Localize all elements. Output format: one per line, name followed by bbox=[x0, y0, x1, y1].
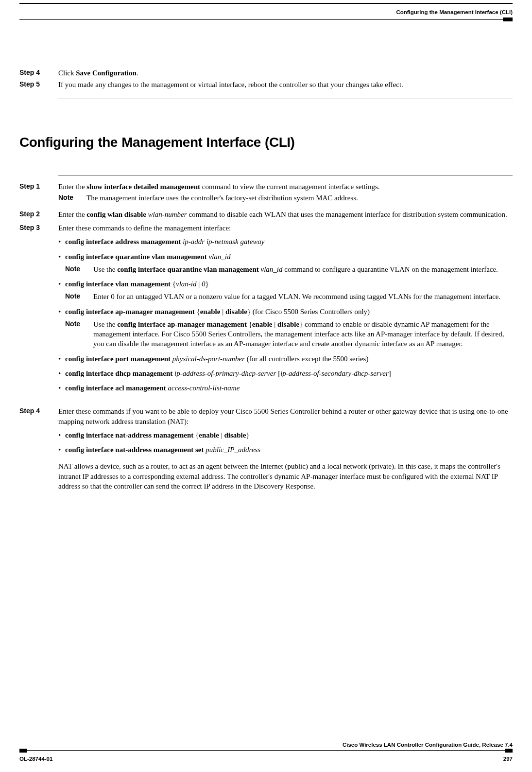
list-item: config interface port management physica… bbox=[58, 354, 513, 364]
text: Use the bbox=[93, 320, 117, 328]
step-body: Click Save Configuration. bbox=[58, 68, 513, 78]
step-body: Enter these commands if you want to be a… bbox=[58, 406, 513, 491]
text: Enter the bbox=[58, 183, 86, 191]
note-body: The management interface uses the contro… bbox=[86, 193, 513, 203]
note-body: Enter 0 for an untagged VLAN or a nonzer… bbox=[93, 292, 513, 301]
text: } bbox=[246, 431, 249, 439]
text-bold: show interface detailed management bbox=[86, 183, 200, 191]
text-italic: ip-addr ip-netmask gateway bbox=[181, 238, 264, 246]
footer-rule bbox=[19, 750, 513, 754]
text: { bbox=[247, 320, 252, 328]
note-label: Note bbox=[58, 193, 86, 203]
text-bold: config interface acl management bbox=[65, 384, 166, 392]
list-item: config interface vlan management {vlan-i… bbox=[58, 279, 513, 302]
step-label: Step 1 bbox=[19, 182, 58, 203]
running-header: Configuring the Management Interface (CL… bbox=[396, 9, 513, 17]
text: command to view the current management i… bbox=[200, 183, 379, 191]
footer-bar-icon bbox=[19, 749, 27, 753]
step-body: Enter the config wlan disable wlan-numbe… bbox=[58, 210, 513, 219]
footer-bar-icon bbox=[505, 749, 513, 753]
text-bold: config interface quarantine vlan managem… bbox=[65, 253, 207, 261]
text: | bbox=[220, 308, 225, 316]
text: { bbox=[193, 431, 199, 439]
list-item: config interface nat-address management … bbox=[58, 430, 513, 440]
text: Enter these commands if you want to be a… bbox=[58, 407, 508, 425]
text-italic: physical-ds-port-number bbox=[171, 355, 245, 363]
text: | bbox=[273, 320, 278, 328]
text-bold: config interface nat-address management … bbox=[65, 446, 204, 454]
footer-row: OL-28744-01 297 bbox=[19, 755, 513, 763]
text-italic: vlan-id bbox=[176, 280, 197, 288]
text-italic: wlan-number bbox=[146, 211, 187, 218]
header-bar-icon bbox=[503, 18, 513, 21]
text-bold: config wlan disable bbox=[86, 211, 146, 218]
text-bold: config interface port management bbox=[65, 355, 171, 363]
note-body: Use the config interface quarantine vlan… bbox=[93, 264, 513, 274]
text: { bbox=[171, 280, 176, 288]
text-bold: enable bbox=[252, 320, 273, 328]
text: command to configure a quarantine VLAN o… bbox=[283, 265, 498, 273]
text-bold: enable bbox=[200, 308, 221, 316]
step-label: Step 3 bbox=[19, 223, 58, 398]
text: { bbox=[195, 308, 200, 316]
page: Configuring the Management Interface (CL… bbox=[0, 0, 532, 772]
paragraph: NAT allows a device, such as a router, t… bbox=[58, 461, 513, 491]
text-italic: 0 bbox=[202, 280, 206, 288]
text: (for all controllers except the 5500 ser… bbox=[245, 355, 369, 363]
divider bbox=[58, 175, 513, 176]
doc-id: OL-28744-01 bbox=[19, 755, 52, 763]
text-bold: config interface vlan management bbox=[65, 280, 171, 288]
step-label: Step 2 bbox=[19, 210, 58, 219]
text: | bbox=[197, 280, 202, 288]
list-item: config interface address management ip-a… bbox=[58, 237, 513, 246]
text: Use the bbox=[93, 265, 117, 273]
text: ] bbox=[389, 369, 391, 377]
text-bold: disable bbox=[225, 308, 247, 316]
text: Enter the bbox=[58, 211, 86, 218]
step-row: Step 4 Click Save Configuration. bbox=[19, 68, 513, 78]
text-bold: disable bbox=[224, 431, 246, 439]
note: Note The management interface uses the c… bbox=[58, 193, 513, 203]
step-row: Step 5 If you made any changes to the ma… bbox=[19, 80, 513, 89]
text: } bbox=[206, 280, 209, 288]
text-italic: vlan_id bbox=[207, 253, 231, 261]
note-label: Note bbox=[65, 292, 93, 301]
text-bold: enable bbox=[199, 431, 219, 439]
content: Step 4 Click Save Configuration. Step 5 … bbox=[19, 0, 513, 491]
text: . bbox=[137, 69, 138, 77]
note: Note Enter 0 for an untagged VLAN or a n… bbox=[65, 292, 513, 301]
list-item: config interface nat-address management … bbox=[58, 445, 513, 455]
step-row: Step 1 Enter the show interface detailed… bbox=[19, 182, 513, 203]
text-italic: ip-address-of-secondary-dhcp-server bbox=[280, 369, 389, 377]
step-label: Step 5 bbox=[19, 80, 58, 89]
list-item: config interface quarantine vlan managem… bbox=[58, 252, 513, 275]
footer-title: Cisco Wireless LAN Controller Configurat… bbox=[19, 741, 513, 749]
page-number: 297 bbox=[503, 755, 513, 763]
divider bbox=[58, 99, 513, 99]
step-body: Enter these commands to define the manag… bbox=[58, 223, 513, 398]
step-body: Enter the show interface detailed manage… bbox=[58, 182, 513, 203]
text: Click bbox=[58, 69, 76, 77]
step-label: Step 4 bbox=[19, 406, 58, 491]
footer: Cisco Wireless LAN Controller Configurat… bbox=[19, 741, 513, 763]
bullet-list: config interface nat-address management … bbox=[58, 430, 513, 455]
step-label: Step 4 bbox=[19, 68, 58, 78]
text: | bbox=[219, 431, 224, 439]
list-item: config interface ap-manager management {… bbox=[58, 307, 513, 349]
text-bold: config interface address management bbox=[65, 238, 181, 246]
text: } (for Cisco 5500 Series Controllers onl… bbox=[247, 308, 370, 316]
text-italic: access-control-list-name bbox=[166, 384, 240, 392]
header-rule bbox=[19, 19, 513, 20]
text: Enter these commands to define the manag… bbox=[58, 224, 231, 232]
text-italic: ip-address-of-primary-dhcp-server bbox=[172, 369, 276, 377]
text-italic: vlan_id bbox=[259, 265, 283, 273]
text-bold: config interface ap-manager management bbox=[117, 320, 247, 328]
text-bold: config interface ap-manager management bbox=[65, 308, 195, 316]
note-label: Note bbox=[65, 319, 93, 349]
top-rule bbox=[19, 3, 513, 4]
step-row: Step 2 Enter the config wlan disable wla… bbox=[19, 210, 513, 219]
note-label: Note bbox=[65, 264, 93, 274]
text-bold: Save Configuration bbox=[76, 69, 137, 77]
list-item: config interface acl management access-c… bbox=[58, 383, 513, 393]
section-title: Configuring the Management Interface (CL… bbox=[19, 133, 513, 152]
